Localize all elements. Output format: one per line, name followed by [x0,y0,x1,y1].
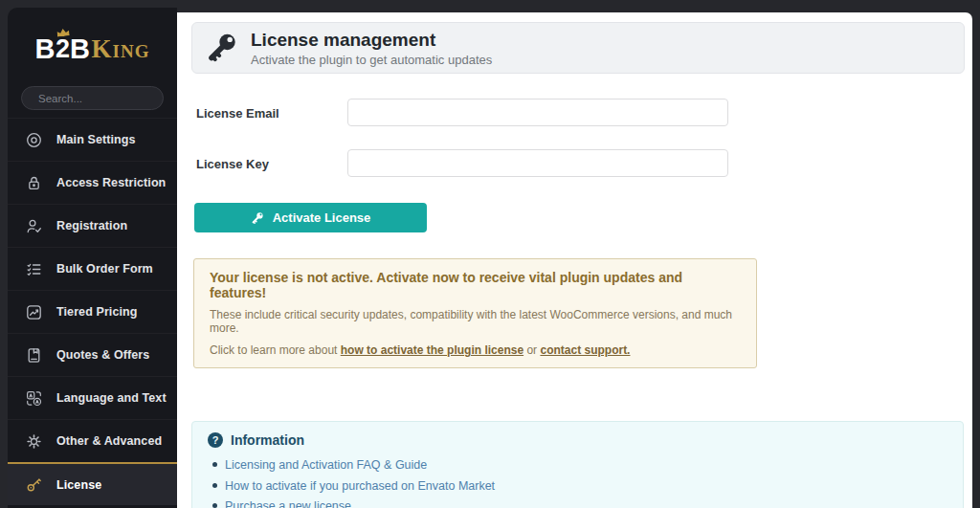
warning-line3-prefix: Click to learn more about [210,343,341,357]
license-warning-alert: Your license is not active. Activate now… [193,258,757,368]
sidebar-item-label: Main Settings [56,133,136,146]
activate-license-help-link[interactable]: how to activate the plugin license [341,343,523,357]
purchase-license-link[interactable]: Purchase a new license [225,499,351,508]
checklist-icon [26,261,42,277]
b2bking-license-page: B2BKing Main Settings Access Restriction [0,0,980,508]
disc-icon [26,132,42,148]
sidebar-item-label: License [56,478,101,492]
list-item: How to activate if you purchased on Enva… [208,475,947,497]
question-mark-icon: ? [208,432,223,448]
information-title: Information [231,432,304,448]
page-header: License management Activate the plugin t… [191,22,965,74]
gear-icon [26,433,42,450]
warning-title: Your license is not active. Activate now… [210,270,741,300]
license-email-label: License Email [196,99,347,126]
sidebar-item-label: Language and Text [56,391,167,405]
activate-license-button[interactable]: Activate License [194,203,427,232]
warning-line2: These include critical security updates,… [210,308,741,335]
sidebar-item-registration[interactable]: Registration [8,204,177,247]
key-icon [251,211,264,225]
user-check-icon [26,218,42,234]
b2bking-logo: B2BKing [8,21,177,77]
crown-icon [56,28,70,36]
page-title: License management [251,30,492,51]
sidebar-item-label: Access Restriction [56,176,166,189]
contact-support-link[interactable]: contact support. [540,343,630,357]
information-panel: ? Information Licensing and Activation F… [191,421,964,508]
sidebar-item-other-advanced[interactable]: Other & Advanced [8,419,177,462]
warning-line3-mid: or [523,343,540,357]
key-icon [206,32,238,64]
sidebar-item-label: Registration [56,219,127,232]
main-content: License management Activate the plugin t… [177,12,972,508]
sidebar-item-quotes-offers[interactable]: Quotes & Offers [8,333,177,376]
book-icon [26,347,42,364]
license-key-label: License Key [196,149,347,177]
chart-icon [26,304,42,320]
sidebar-item-bulk-order-form[interactable]: Bulk Order Form [8,247,177,290]
sidebar-item-access-restriction[interactable]: Access Restriction [8,161,177,204]
faq-guide-link[interactable]: Licensing and Activation FAQ & Guide [225,458,427,472]
sidebar-item-license[interactable]: License [8,462,177,505]
logo-text: King [92,34,150,64]
list-item: Purchase a new license [208,496,947,508]
envato-activation-link[interactable]: How to activate if you purchased on Enva… [225,479,495,493]
warning-line3: Click to learn more about how to activat… [210,343,741,357]
sidebar-item-label: Other & Advanced [56,434,162,448]
sidebar-item-main-settings[interactable]: Main Settings [8,118,177,161]
sidebar-item-label: Bulk Order Form [56,262,153,276]
sidebar: B2BKing Main Settings Access Restriction [8,8,177,508]
sidebar-item-label: Quotes & Offers [56,348,149,362]
search-input[interactable] [38,93,186,104]
logo-text: 2 [56,34,70,63]
logo-text: B [70,33,90,65]
sidebar-item-tiered-pricing[interactable]: Tiered Pricing [8,290,177,333]
translate-icon [26,390,42,407]
information-header: ? Information [208,432,947,448]
sidebar-item-label: Tiered Pricing [56,305,138,319]
information-links: Licensing and Activation FAQ & Guide How… [208,454,947,508]
sidebar-search[interactable] [21,86,164,110]
lock-icon [26,175,42,191]
logo-text: B [35,33,56,65]
license-email-input[interactable] [347,99,728,126]
page-header-text: License management Activate the plugin t… [251,30,492,67]
sidebar-nav: Main Settings Access Restriction Registr… [8,118,177,505]
activate-license-label: Activate License [273,210,371,225]
sidebar-item-language-and-text[interactable]: Language and Text [8,376,177,419]
key-icon [26,476,42,493]
license-key-input[interactable] [347,149,728,177]
license-key-row: License Key [196,149,972,177]
list-item: Licensing and Activation FAQ & Guide [208,454,947,475]
license-email-row: License Email [196,99,972,126]
page-subtitle: Activate the plugin to get automatic upd… [251,53,492,67]
